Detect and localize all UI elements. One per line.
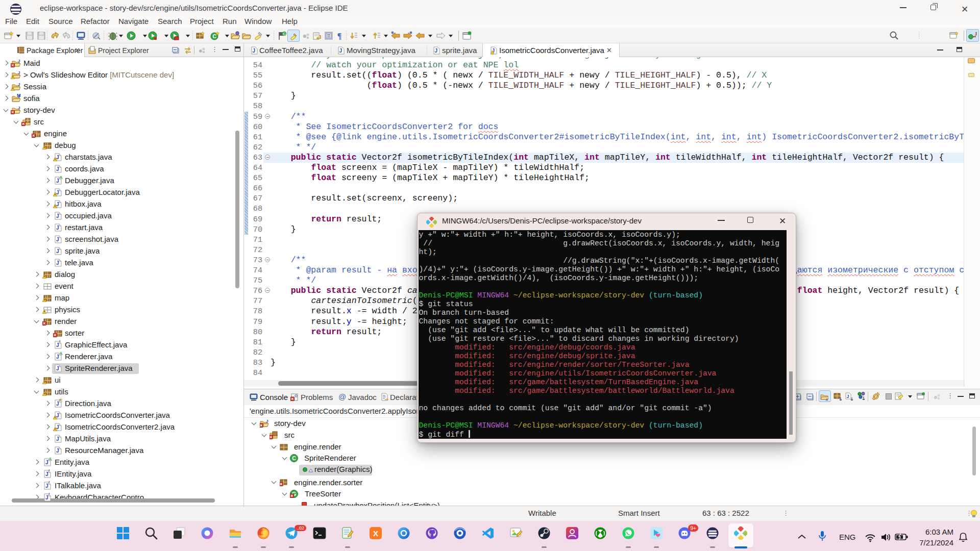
- svg-text:C: C: [283, 32, 286, 36]
- svg-text:J: J: [56, 436, 59, 442]
- svg-text:J: J: [18, 106, 20, 110]
- svg-text:J: J: [45, 495, 48, 500]
- svg-text:J: J: [56, 178, 59, 184]
- svg-text:J: J: [56, 213, 59, 219]
- svg-text:J: J: [974, 31, 977, 37]
- svg-text:¶: ¶: [337, 32, 342, 40]
- svg-text:C: C: [212, 34, 216, 39]
- svg-text:J: J: [56, 354, 59, 360]
- svg-text:J: J: [45, 471, 48, 477]
- svg-text:J: J: [56, 237, 59, 242]
- svg-text:J: J: [45, 460, 48, 465]
- svg-text:J: J: [56, 342, 59, 348]
- svg-text:J: J: [18, 83, 20, 87]
- svg-text:C: C: [292, 455, 296, 461]
- svg-text:J: J: [56, 225, 59, 231]
- svg-text:J: J: [56, 166, 59, 172]
- svg-text:J: J: [45, 483, 48, 489]
- svg-text:J: J: [56, 401, 59, 407]
- svg-text:J: J: [339, 48, 342, 54]
- svg-text:J: J: [18, 94, 20, 98]
- svg-text:J: J: [56, 366, 59, 371]
- svg-text:J: J: [56, 248, 59, 254]
- svg-text:X: X: [373, 529, 378, 538]
- svg-text:J: J: [56, 448, 59, 454]
- svg-text:J: J: [56, 260, 59, 266]
- svg-text:J: J: [18, 71, 20, 75]
- svg-text:J: J: [266, 419, 268, 423]
- svg-text:J: J: [847, 394, 849, 399]
- svg-text:J: J: [18, 59, 20, 63]
- svg-text:J: J: [435, 48, 438, 54]
- svg-text:J: J: [253, 48, 256, 54]
